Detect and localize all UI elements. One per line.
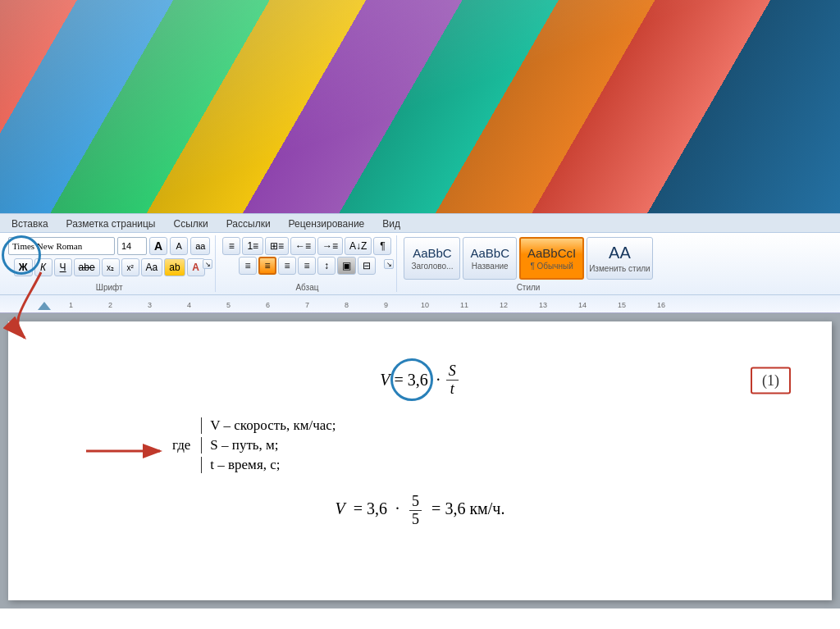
svg-text:10: 10: [421, 301, 429, 309]
paragraph-controls: ≡ 1≡ ⊞≡ ←≡ →≡ A↓Z ¶ ≡ ≡ ≡ ≡ ↕ ▣: [222, 235, 391, 281]
tab-insert[interactable]: Вставка: [3, 216, 57, 232]
tab-mailings[interactable]: Рассылки: [218, 216, 279, 232]
shading-button[interactable]: ▣: [337, 257, 356, 275]
def-v: V – скорость, км/час;: [210, 417, 336, 434]
fraction-st: S t: [446, 362, 459, 398]
svg-text:8: 8: [345, 301, 349, 309]
tab-review[interactable]: Рецензирование: [281, 216, 373, 232]
formula2-v: V: [336, 499, 345, 517]
formula2-result: = 3,6 км/ч.: [427, 499, 504, 517]
app-container: Оформление формул ✤ Формулы, следующие о…: [0, 0, 840, 608]
ribbon-group-styles: AaBbC Заголово... AaBbC Название AaBbCcI…: [399, 235, 657, 292]
where-section: где V – скорость, км/час; S – путь, м; t…: [82, 414, 791, 476]
paragraph-row1: ≡ 1≡ ⊞≡ ←≡ →≡ A↓Z ¶: [222, 237, 391, 255]
align-center-button[interactable]: ≡: [258, 257, 276, 275]
document-area: V = 3,6 · S t (1): [0, 313, 840, 608]
style-title-button[interactable]: AaBbC Название: [463, 237, 517, 280]
formula-number: (1): [751, 367, 791, 394]
fraction-55: 5 5: [409, 493, 422, 528]
tab-page-layout[interactable]: Разметка страницы: [58, 216, 164, 232]
clear-format-button[interactable]: aa: [190, 237, 210, 255]
change-styles-label: Изменить стили: [589, 264, 650, 273]
sort-button[interactable]: A↓Z: [345, 237, 372, 255]
ribbon-group-paragraph: ≡ 1≡ ⊞≡ ←≡ →≡ A↓Z ¶ ≡ ≡ ≡ ≡ ↕ ▣: [217, 235, 397, 292]
paragraph-group-label: Абзац: [295, 283, 318, 292]
svg-text:13: 13: [539, 301, 547, 309]
paragraph-expand-button[interactable]: ↘: [384, 259, 394, 269]
highlight-button[interactable]: ab: [164, 258, 185, 276]
style-heading-sample: AaBbC: [413, 246, 452, 260]
font-size-input[interactable]: [117, 237, 147, 255]
style-title-label: Название: [472, 262, 509, 271]
svg-text:14: 14: [578, 301, 587, 309]
style-heading-label: Заголово...: [411, 262, 453, 271]
justify-button[interactable]: ≡: [298, 257, 316, 275]
borders-button[interactable]: ⊟: [358, 257, 376, 275]
formula-bottom: V = 3,6 · 5 5 = 3,6 км/ч.: [49, 493, 791, 528]
tab-references[interactable]: Ссылки: [165, 216, 216, 232]
def-row-t: t – время, с;: [201, 457, 336, 473]
fraction-numerator: S: [446, 362, 459, 381]
font-expand-button[interactable]: ↘: [203, 259, 212, 269]
bullets-button[interactable]: ≡: [222, 237, 240, 255]
fraction-denominator: t: [448, 381, 457, 398]
svg-text:12: 12: [500, 301, 508, 309]
formula-equals-sign: = 3,6 ·: [390, 371, 444, 390]
style-normal-button[interactable]: AaBbCcI ¶ Обычный: [519, 237, 584, 280]
decorative-image: [0, 0, 840, 213]
ribbon-tabs: Вставка Разметка страницы Ссылки Рассылк…: [0, 214, 840, 232]
numbering-button[interactable]: 1≡: [242, 237, 263, 255]
decrease-indent-button[interactable]: ←≡: [290, 237, 316, 255]
font-color-button[interactable]: A: [187, 258, 205, 276]
line-spacing-button[interactable]: ↕: [317, 257, 336, 275]
style-heading-button[interactable]: AaBbC Заголово...: [404, 237, 460, 280]
svg-text:5: 5: [226, 301, 231, 309]
shrink-font-button[interactable]: A: [170, 237, 188, 255]
svg-text:15: 15: [618, 301, 626, 309]
styles-gallery-icon: AA: [609, 244, 631, 262]
multilevel-button[interactable]: ⊞≡: [265, 237, 289, 255]
fraction-num-5: 5: [409, 493, 422, 511]
svg-text:9: 9: [384, 301, 388, 309]
red-arrow-svg: [0, 256, 164, 354]
formula-v-equals: V: [380, 371, 390, 390]
top-section: Оформление формул ✤ Формулы, следующие о…: [0, 0, 840, 213]
align-left-button[interactable]: ≡: [239, 257, 257, 275]
formula2-eq1: = 3,6 ·: [349, 499, 404, 517]
fraction-den-5: 5: [409, 511, 422, 528]
def-row-s: S – путь, м;: [201, 437, 336, 454]
red-arrow-where: [82, 439, 172, 463]
styles-gallery-button[interactable]: AA Изменить стили: [587, 237, 652, 280]
styles-group-label: Стили: [517, 283, 541, 292]
paragraph-row2: ≡ ≡ ≡ ≡ ↕ ▣ ⊟: [239, 257, 376, 275]
style-normal-sample: AaBbCcI: [527, 246, 576, 260]
svg-text:4: 4: [187, 301, 191, 309]
increase-indent-button[interactable]: →≡: [317, 237, 343, 255]
svg-text:11: 11: [460, 301, 468, 309]
grow-font-button[interactable]: A: [149, 237, 167, 255]
svg-text:7: 7: [305, 301, 309, 309]
svg-text:16: 16: [657, 301, 665, 309]
style-normal-label: ¶ Обычный: [530, 262, 573, 271]
tab-view[interactable]: Вид: [374, 216, 409, 232]
def-row-v: V – скорость, км/час;: [201, 417, 336, 434]
align-right-button[interactable]: ≡: [278, 257, 296, 275]
svg-text:6: 6: [266, 301, 270, 309]
styles-buttons: AaBbC Заголово... AaBbC Название AaBbCcI…: [404, 235, 652, 281]
formula-main: V = 3,6 · S t (1): [49, 362, 791, 398]
def-s: S – путь, м;: [210, 437, 278, 454]
style-title-sample: AaBbC: [470, 246, 509, 260]
def-t: t – время, с;: [210, 457, 280, 473]
where-label: где: [172, 437, 190, 454]
show-marks-button[interactable]: ¶: [373, 237, 391, 255]
definitions-list: V – скорость, км/час; S – путь, м; t – в…: [201, 414, 336, 476]
document-page[interactable]: V = 3,6 · S t (1): [8, 321, 832, 600]
